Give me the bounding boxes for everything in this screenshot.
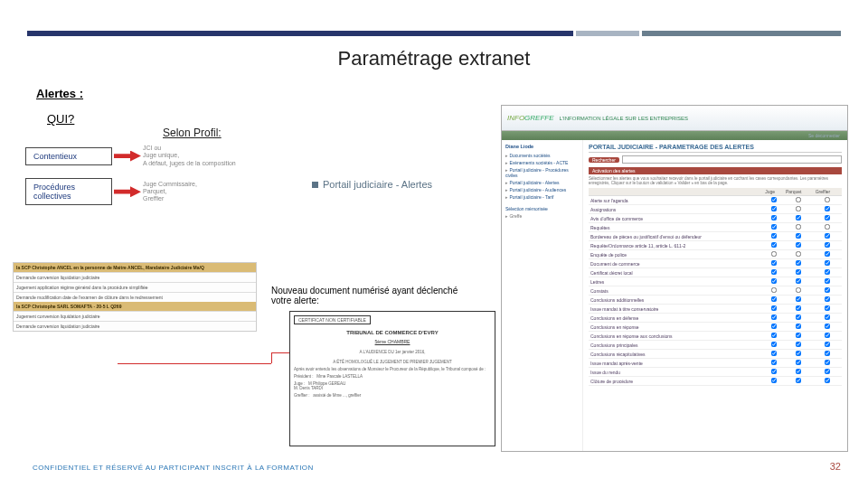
alert-checkbox[interactable] bbox=[825, 296, 830, 302]
alert-checkbox[interactable] bbox=[796, 324, 801, 329]
table-row: Lettres bbox=[589, 277, 842, 286]
alert-checkbox[interactable] bbox=[771, 324, 777, 329]
sidebar-item[interactable]: Documents sociétés bbox=[505, 152, 579, 159]
checkbox-cell bbox=[814, 359, 842, 368]
alert-checkbox[interactable] bbox=[771, 215, 777, 221]
alert-checkbox[interactable] bbox=[825, 305, 830, 311]
alert-checkbox[interactable] bbox=[825, 278, 830, 284]
sidebar-item[interactable]: Portail judiciaire - Tarif bbox=[505, 193, 579, 201]
alert-checkbox[interactable] bbox=[796, 242, 801, 248]
sidebar-item[interactable]: Portail judiciaire - Audiences bbox=[505, 186, 579, 193]
checkbox-cell bbox=[763, 241, 784, 250]
alert-checkbox[interactable] bbox=[825, 342, 830, 347]
alert-checkbox[interactable] bbox=[825, 378, 830, 383]
alert-checkbox[interactable] bbox=[771, 360, 777, 365]
alert-checkbox[interactable] bbox=[796, 269, 801, 275]
alert-checkbox[interactable] bbox=[825, 233, 830, 239]
alert-checkbox[interactable] bbox=[825, 314, 830, 320]
checkbox-cell bbox=[784, 368, 814, 377]
alert-checkbox[interactable] bbox=[771, 269, 777, 275]
alert-checkbox[interactable] bbox=[771, 378, 777, 383]
alert-checkbox[interactable] bbox=[825, 360, 830, 365]
checkbox-cell bbox=[784, 205, 814, 214]
scanned-document-preview: CERTIFICAT NON CERTIFIABLE TRIBUNAL DE C… bbox=[289, 311, 495, 446]
alert-checkbox[interactable] bbox=[825, 197, 830, 202]
table-row: Document de commerce bbox=[589, 259, 842, 268]
alert-checkbox[interactable] bbox=[771, 233, 777, 239]
alert-checkbox[interactable] bbox=[796, 342, 801, 347]
checkbox-cell bbox=[814, 223, 842, 232]
flow-target-2: Juge Commissaire, Parquet, Greffier bbox=[143, 181, 260, 203]
alert-checkbox[interactable] bbox=[771, 224, 777, 230]
alert-checkbox[interactable] bbox=[796, 296, 801, 302]
alert-checkbox[interactable] bbox=[771, 287, 777, 293]
alert-checkbox[interactable] bbox=[771, 369, 777, 374]
alert-checkbox[interactable] bbox=[825, 251, 830, 257]
alert-checkbox[interactable] bbox=[771, 351, 777, 356]
checkbox-cell bbox=[763, 350, 784, 359]
alert-checkbox[interactable] bbox=[796, 305, 801, 311]
sidebar-item[interactable]: Greffe bbox=[505, 212, 579, 220]
user-name: Diane Liode bbox=[505, 144, 579, 149]
alert-checkbox[interactable] bbox=[771, 251, 777, 257]
table-row: Conclusions en réponse aux conclusions bbox=[589, 332, 842, 341]
alert-checkbox[interactable] bbox=[825, 369, 830, 374]
alert-checkbox[interactable] bbox=[825, 351, 830, 356]
sidebar-item[interactable]: Portail judiciaire - Procédures civiles bbox=[505, 166, 579, 179]
alert-checkbox[interactable] bbox=[825, 324, 830, 329]
alert-checkbox[interactable] bbox=[771, 314, 777, 320]
alert-checkbox[interactable] bbox=[771, 296, 777, 302]
search-input[interactable] bbox=[622, 155, 842, 164]
alert-checkbox[interactable] bbox=[825, 224, 830, 230]
doc-assist: A ÉTÉ HOMOLOGUÉ LE JUGEMENT DE PREMIER J… bbox=[294, 360, 491, 364]
row-label: Document de commerce bbox=[589, 259, 763, 268]
alert-checkbox[interactable] bbox=[796, 287, 801, 293]
alert-checkbox[interactable] bbox=[825, 333, 830, 338]
alert-checkbox[interactable] bbox=[825, 287, 830, 293]
row-label: Conclusions en réponse aux conclusions bbox=[589, 332, 763, 341]
alert-checkbox[interactable] bbox=[796, 360, 801, 365]
alert-checkbox[interactable] bbox=[796, 378, 801, 383]
alert-checkbox[interactable] bbox=[771, 206, 777, 211]
alert-checkbox[interactable] bbox=[771, 242, 777, 248]
alert-checkbox[interactable] bbox=[771, 342, 777, 347]
flow-row-procedures: Procédures collectives Juge Commissaire,… bbox=[25, 178, 278, 205]
alert-checkbox[interactable] bbox=[796, 333, 801, 338]
alert-checkbox[interactable] bbox=[825, 215, 830, 221]
sidebar-item[interactable]: Portail judiciaire - Alertes bbox=[505, 179, 579, 186]
alert-checkbox[interactable] bbox=[825, 260, 830, 266]
alert-checkbox[interactable] bbox=[796, 224, 801, 230]
checkbox-cell bbox=[814, 368, 842, 377]
alert-checkbox[interactable] bbox=[825, 242, 830, 248]
alert-checkbox[interactable] bbox=[771, 260, 777, 266]
alert-checkbox[interactable] bbox=[796, 351, 801, 356]
table-row: Enquête de police bbox=[589, 250, 842, 259]
alert-checkbox[interactable] bbox=[771, 197, 777, 202]
alert-checkbox[interactable] bbox=[796, 251, 801, 257]
table-row: Assignations bbox=[589, 205, 842, 214]
checkbox-cell bbox=[814, 205, 842, 214]
alert-checkbox[interactable] bbox=[771, 278, 777, 284]
alert-checkbox[interactable] bbox=[796, 197, 801, 202]
checkbox-cell bbox=[814, 341, 842, 350]
alert-checkbox[interactable] bbox=[796, 369, 801, 374]
alert-checkbox[interactable] bbox=[825, 206, 830, 211]
logout-link[interactable]: Se déconnecter bbox=[808, 133, 840, 138]
alert-checkbox[interactable] bbox=[796, 215, 801, 221]
alert-checkbox[interactable] bbox=[771, 333, 777, 338]
alert-checkbox[interactable] bbox=[796, 233, 801, 239]
alert-checkbox[interactable] bbox=[825, 269, 830, 275]
checkbox-cell bbox=[763, 296, 784, 305]
doc-stamp: CERTIFICAT NON CERTIFIABLE bbox=[294, 315, 371, 324]
alert-checkbox[interactable] bbox=[796, 314, 801, 320]
list-item: Jugement conversion liquidation judiciai… bbox=[14, 311, 256, 321]
col-juge: Juge bbox=[763, 188, 784, 196]
checkbox-cell bbox=[784, 259, 814, 268]
alert-checkbox[interactable] bbox=[796, 260, 801, 266]
sidebar-item[interactable]: Evènements sociétés - ACTE bbox=[505, 159, 579, 166]
alert-checkbox[interactable] bbox=[796, 206, 801, 211]
checkbox-cell bbox=[784, 277, 814, 286]
flow-box-procedures: Procédures collectives bbox=[25, 178, 112, 205]
alert-checkbox[interactable] bbox=[796, 278, 801, 284]
alert-checkbox[interactable] bbox=[771, 305, 777, 311]
